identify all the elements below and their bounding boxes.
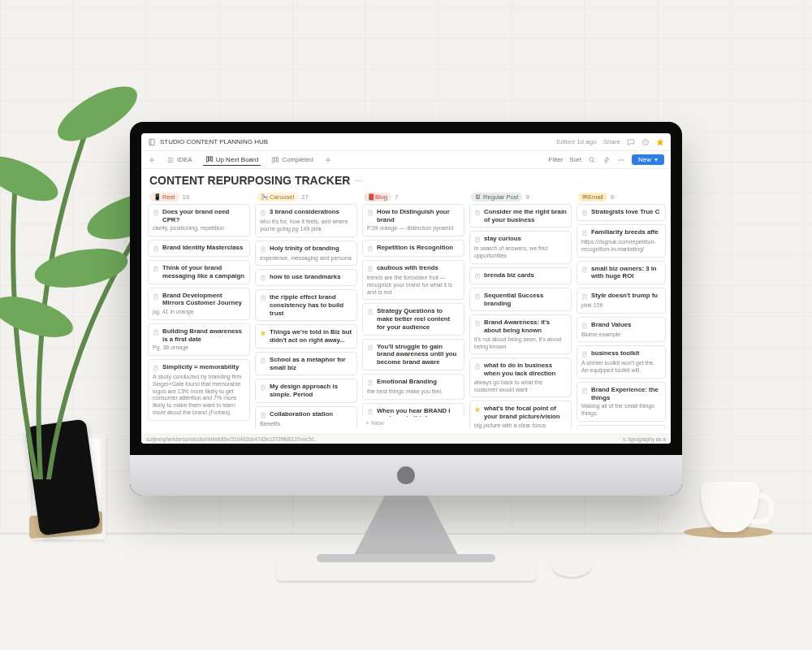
last-edited-label: Edited 1d ago <box>556 138 596 145</box>
add-card-button[interactable]: + New <box>362 417 464 429</box>
column-tag[interactable]: ✉Email <box>578 193 607 202</box>
page-icon <box>260 357 266 365</box>
more-icon[interactable] <box>617 156 625 164</box>
board-card[interactable]: Strategists love True C <box>577 204 666 221</box>
page-icon <box>367 209 374 217</box>
tab-board-label: Up Next Board <box>216 156 258 163</box>
card-title: Building Brand awareness is a first date <box>162 327 245 343</box>
board-card[interactable]: Does your brand need CPR?clarity, positi… <box>148 204 250 236</box>
filter-button[interactable]: Filter <box>549 156 564 163</box>
column-count: 8 <box>611 193 614 201</box>
card-title: My design approach is simple. Period <box>270 383 352 398</box>
board-card[interactable]: Repetition is Recognition <box>362 240 464 257</box>
card-title: Style doesn't trump fu <box>591 292 658 300</box>
card-title: Repetition is Recognition <box>377 244 453 252</box>
favorite-star-icon[interactable] <box>656 138 664 146</box>
board-card[interactable]: Sequential Success branding <box>469 288 572 311</box>
board-card[interactable]: small biz owners: 3 in with huge ROI <box>577 261 666 284</box>
board-card[interactable]: Strategy Questions to make better reel c… <box>362 303 464 335</box>
page-icon <box>367 408 374 416</box>
board-card[interactable]: Familiarity breeds affehttps://dsgnuk.co… <box>577 224 666 258</box>
board-card[interactable]: You'll struggle to gain brand awareness … <box>362 339 464 370</box>
new-button[interactable]: New▾ <box>632 154 664 165</box>
notebook-icon <box>148 138 156 146</box>
card-title: the ripple effect brand consistency has … <box>270 293 352 317</box>
board-card[interactable]: How to Distinguish your brandP.39 orange… <box>362 204 464 236</box>
column-email: ✉Email 8 Strategists love True CFamiliar… <box>577 190 666 429</box>
board-card[interactable]: Collaboration stationBenefits <box>255 406 357 429</box>
card-title: How to Distinguish your brand <box>377 208 460 223</box>
board-card[interactable]: Things we're told in Biz but didn't act … <box>255 324 357 348</box>
board-card[interactable]: Simplicity = memorabilityA study conduct… <box>148 359 250 421</box>
board-card[interactable]: Brand Experience: the thingsMaking all o… <box>577 382 666 422</box>
tab-up-next-board[interactable]: Up Next Board <box>203 154 261 166</box>
board-card[interactable]: what's the focal point of your brand pic… <box>469 401 572 429</box>
column-tag[interactable]: 📱 Reel <box>149 193 179 202</box>
card-subtext: in search of answers, we find opportunit… <box>474 245 567 260</box>
board-card[interactable]: stay curiousin search of answers, we fin… <box>469 231 572 264</box>
add-tab-icon[interactable] <box>324 156 332 164</box>
board-card[interactable]: Brand Awareness: it's about being knowni… <box>469 314 572 354</box>
add-view-icon[interactable] <box>148 156 156 164</box>
page-icon <box>367 379 374 387</box>
board-card[interactable]: When you hear BRAND I want you to think … <box>362 403 464 417</box>
board-card[interactable]: people buy from brand <box>577 425 666 429</box>
apple-logo-icon <box>397 466 415 484</box>
column-tag[interactable]: 🎠 Carousel <box>257 193 298 202</box>
svg-rect-5 <box>149 139 154 145</box>
svg-rect-8 <box>206 157 208 162</box>
card-title: business toolkit <box>591 349 639 358</box>
card-title: Holy trinity of branding <box>270 245 339 253</box>
page-icon <box>153 245 159 253</box>
column-tag[interactable]: 🗓 Regular Post <box>471 193 522 202</box>
sort-button[interactable]: Sort <box>569 156 581 163</box>
board-card[interactable]: brenda biz cards <box>469 267 572 284</box>
page-title[interactable]: CONTENT REPURPOSING TRACKER <box>149 174 350 187</box>
card-subtext: always go back to what the customer woul… <box>474 379 567 394</box>
board-card[interactable]: the ripple effect brand consistency has … <box>255 289 357 321</box>
card-title: what's the focal point of your brand pic… <box>484 405 567 420</box>
board-card[interactable]: Consider me the right brain of your busi… <box>469 204 572 228</box>
status-path: so/jennyhendersonstudio/de4efd6bc52d483b… <box>146 436 318 442</box>
tab-completed[interactable]: Completed <box>269 154 316 166</box>
board-card[interactable]: Brand Development Mirrors Customer Journ… <box>148 288 250 320</box>
board-card[interactable]: what to do in business when you lack dir… <box>469 358 572 397</box>
card-title: Brand Development Mirrors Customer Journ… <box>162 292 245 307</box>
column-tag[interactable]: 📕Blog <box>364 193 391 202</box>
board-card[interactable]: cautious with trendstrends are the forbi… <box>362 260 464 300</box>
board-card[interactable]: Emotional Brandingthe best things make y… <box>362 374 464 400</box>
status-bar: so/jennyhendersonstudio/de4efd6bc52d483b… <box>141 434 671 444</box>
board-card[interactable]: business toolkitA shinier toolkit won't … <box>577 345 666 379</box>
board-card[interactable]: Brand Identity Masterclass <box>148 240 250 257</box>
tab-idea[interactable]: IDEA <box>164 154 195 166</box>
svg-rect-10 <box>211 157 213 162</box>
breadcrumb-title: STUDIO CONTENT PLANNING HUB <box>160 138 268 145</box>
tab-idea-label: IDEA <box>177 156 192 163</box>
page-icon <box>474 362 481 370</box>
column-regular-post: 🗓 Regular Post 9 Consider me the right b… <box>469 190 572 429</box>
board-card[interactable]: School as a metaphor for small biz <box>255 352 357 375</box>
comment-icon[interactable] <box>627 138 635 146</box>
board-card[interactable]: Building Brand awareness is a first date… <box>148 323 250 356</box>
card-title: Collaboration station <box>270 410 333 418</box>
card-title: Does your brand need CPR? <box>162 208 245 223</box>
card-title: Think of your brand messaging like a cam… <box>162 264 245 280</box>
page-more-icon[interactable]: ⋯ <box>355 176 363 185</box>
svg-point-16 <box>620 159 622 161</box>
search-icon[interactable] <box>588 156 596 164</box>
board-card[interactable]: Think of your brand messaging like a cam… <box>148 260 250 284</box>
breadcrumb[interactable]: STUDIO CONTENT PLANNING HUB <box>148 138 268 146</box>
card-subtext: pink 159 <box>581 302 661 310</box>
board-card[interactable]: Brand ValuesBlume example <box>577 317 666 343</box>
board-card[interactable]: 3 brand considerationswho it's for, how … <box>255 204 357 237</box>
board-card[interactable]: how to use brandmarks <box>255 269 357 286</box>
automation-icon[interactable] <box>603 156 611 164</box>
board-card[interactable]: My design approach is simple. Period <box>255 379 357 402</box>
card-subtext: it's not about being seen, it's about be… <box>474 336 567 351</box>
board-card[interactable]: Holy trinity of brandingexperience, mess… <box>255 240 357 266</box>
share-button[interactable]: Share <box>603 138 620 145</box>
clock-icon[interactable] <box>641 138 650 146</box>
board-card[interactable]: Style doesn't trump fupink 159 <box>577 288 666 314</box>
page-icon <box>581 229 588 237</box>
card-title: Brand Identity Masterclass <box>162 244 243 252</box>
